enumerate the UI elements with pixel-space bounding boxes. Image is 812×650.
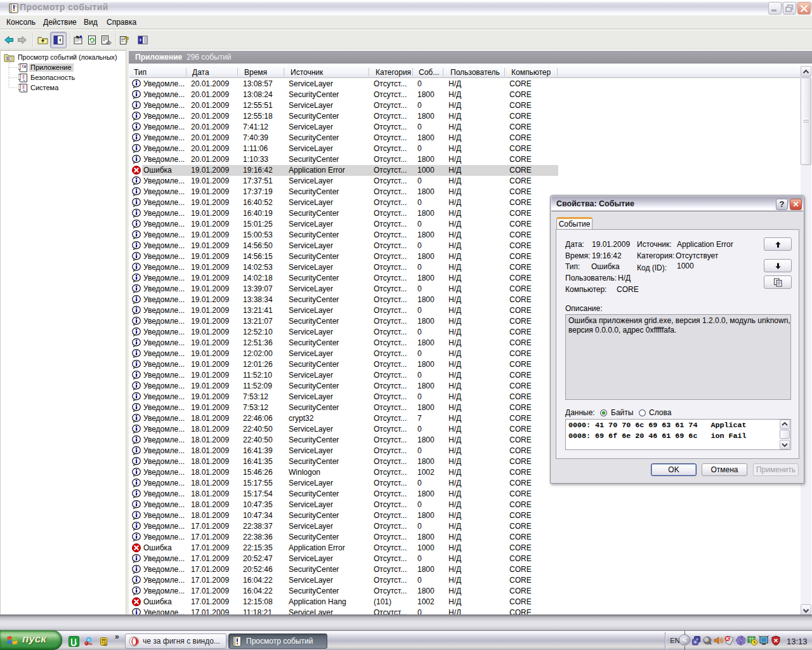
svg-text:ис: ис [89,642,93,646]
svg-text:?: ? [124,36,129,44]
svg-text:qip: qip [103,643,108,646]
